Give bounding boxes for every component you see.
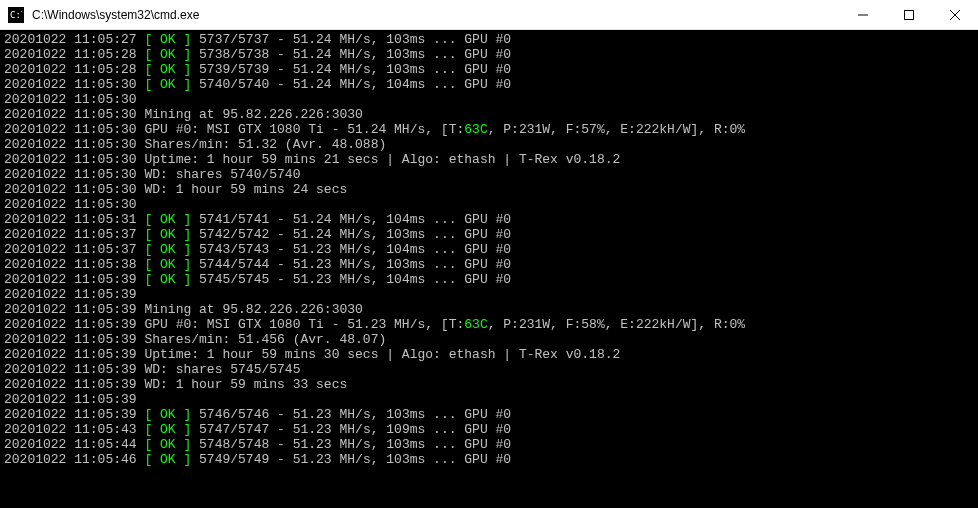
log-line: 20201022 11:05:39 Mining at 95.82.226.22… [4,302,974,317]
log-line: 20201022 11:05:30 [4,92,974,107]
log-line: 20201022 11:05:39 WD: shares 5745/5745 [4,362,974,377]
ok-badge: [ OK ] [144,452,191,467]
log-line: 20201022 11:05:39 Shares/min: 51.456 (Av… [4,332,974,347]
ok-badge: [ OK ] [144,62,191,77]
temp-value: 63C [464,122,487,137]
ok-badge: [ OK ] [144,437,191,452]
ok-badge: [ OK ] [144,407,191,422]
svg-rect-2 [905,10,914,19]
cmd-icon: C:\ [8,7,24,23]
log-line: 20201022 11:05:37 [ OK ] 5743/5743 - 51.… [4,242,974,257]
log-line: 20201022 11:05:30 Uptime: 1 hour 59 mins… [4,152,974,167]
log-line: 20201022 11:05:39 WD: 1 hour 59 mins 33 … [4,377,974,392]
maximize-button[interactable] [886,0,932,29]
temp-value: 63C [464,317,487,332]
minimize-button[interactable] [840,0,886,29]
log-line: 20201022 11:05:27 [ OK ] 5737/5737 - 51.… [4,32,974,47]
ok-badge: [ OK ] [144,422,191,437]
window-controls [840,0,978,29]
ok-badge: [ OK ] [144,212,191,227]
close-button[interactable] [932,0,978,29]
log-line: 20201022 11:05:39 GPU #0: MSI GTX 1080 T… [4,317,974,332]
ok-badge: [ OK ] [144,77,191,92]
window-titlebar: C:\ C:\Windows\system32\cmd.exe [0,0,978,30]
ok-badge: [ OK ] [144,242,191,257]
log-line: 20201022 11:05:30 GPU #0: MSI GTX 1080 T… [4,122,974,137]
log-line: 20201022 11:05:44 [ OK ] 5748/5748 - 51.… [4,437,974,452]
log-line: 20201022 11:05:39 Uptime: 1 hour 59 mins… [4,347,974,362]
log-line: 20201022 11:05:28 [ OK ] 5739/5739 - 51.… [4,62,974,77]
log-line: 20201022 11:05:30 Shares/min: 51.32 (Avr… [4,137,974,152]
window-title: C:\Windows\system32\cmd.exe [32,8,840,22]
log-line: 20201022 11:05:30 [4,197,974,212]
log-line: 20201022 11:05:30 [ OK ] 5740/5740 - 51.… [4,77,974,92]
ok-badge: [ OK ] [144,272,191,287]
ok-badge: [ OK ] [144,257,191,272]
terminal-output[interactable]: 20201022 11:05:27 [ OK ] 5737/5737 - 51.… [0,30,978,508]
ok-badge: [ OK ] [144,227,191,242]
ok-badge: [ OK ] [144,32,191,47]
log-line: 20201022 11:05:37 [ OK ] 5742/5742 - 51.… [4,227,974,242]
log-line: 20201022 11:05:46 [ OK ] 5749/5749 - 51.… [4,452,974,467]
log-line: 20201022 11:05:30 WD: shares 5740/5740 [4,167,974,182]
svg-text:C:\: C:\ [10,10,22,20]
log-line: 20201022 11:05:43 [ OK ] 5747/5747 - 51.… [4,422,974,437]
log-line: 20201022 11:05:39 [ OK ] 5745/5745 - 51.… [4,272,974,287]
log-line: 20201022 11:05:30 WD: 1 hour 59 mins 24 … [4,182,974,197]
ok-badge: [ OK ] [144,47,191,62]
log-line: 20201022 11:05:31 [ OK ] 5741/5741 - 51.… [4,212,974,227]
log-line: 20201022 11:05:39 [4,392,974,407]
log-line: 20201022 11:05:30 Mining at 95.82.226.22… [4,107,974,122]
log-line: 20201022 11:05:39 [4,287,974,302]
log-line: 20201022 11:05:28 [ OK ] 5738/5738 - 51.… [4,47,974,62]
log-line: 20201022 11:05:39 [ OK ] 5746/5746 - 51.… [4,407,974,422]
log-line: 20201022 11:05:38 [ OK ] 5744/5744 - 51.… [4,257,974,272]
